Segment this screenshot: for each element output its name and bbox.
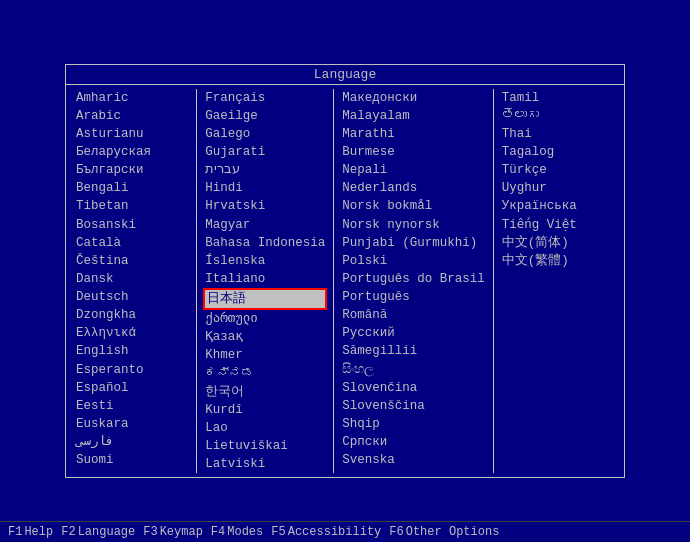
language-item[interactable]: Svenska — [340, 451, 487, 469]
footer-label: Accessibility — [288, 525, 382, 539]
language-item[interactable]: Slovenščina — [340, 397, 487, 415]
language-item[interactable]: Lao — [203, 419, 327, 437]
language-item[interactable]: Bahasa Indonesia — [203, 234, 327, 252]
language-item[interactable]: Dansk — [74, 270, 190, 288]
language-item[interactable]: Português do Brasil — [340, 270, 487, 288]
language-item[interactable]: Català — [74, 234, 190, 252]
language-item[interactable]: Türkçe — [500, 161, 616, 179]
dialog-title: Language — [66, 65, 624, 85]
language-item[interactable]: తెలుగు — [500, 107, 616, 125]
footer-label: Help — [24, 525, 53, 539]
language-item[interactable]: Bosanski — [74, 216, 190, 234]
language-item[interactable]: Gaeilge — [203, 107, 327, 125]
language-item[interactable]: Marathi — [340, 125, 487, 143]
language-item[interactable]: Eesti — [74, 397, 190, 415]
language-column-2: FrançaisGaeilgeGalegoGujaratiעבריתHindiH… — [199, 89, 331, 474]
column-divider-3 — [493, 89, 494, 474]
language-item[interactable]: Tibetan — [74, 197, 190, 215]
language-column-3: МакедонскиMalayalamMarathiBurmeseNepaliN… — [336, 89, 491, 474]
language-column-4: TamilతెలుగుThaiTagalogTürkçeUyghurУкраїн… — [496, 89, 620, 474]
language-item[interactable]: Malayalam — [340, 107, 487, 125]
footer-item[interactable]: F6 Other Options — [389, 525, 499, 539]
language-item[interactable]: Беларуская — [74, 143, 190, 161]
language-item[interactable]: Magyar — [203, 216, 327, 234]
language-item[interactable]: Русский — [340, 324, 487, 342]
language-item[interactable]: Hindi — [203, 179, 327, 197]
language-item[interactable]: Português — [340, 288, 487, 306]
language-item[interactable]: ქართული — [203, 310, 327, 328]
language-item[interactable]: Tamil — [500, 89, 616, 107]
language-item[interactable]: Esperanto — [74, 361, 190, 379]
footer-key: F5 — [271, 525, 285, 539]
language-column-1: AmharicArabicAsturianuБеларускаяБългарск… — [70, 89, 194, 474]
language-item[interactable]: 日本語 — [203, 288, 327, 310]
language-item[interactable]: Slovenčina — [340, 379, 487, 397]
language-item[interactable]: Latviski — [203, 455, 327, 473]
footer-item[interactable]: F4 Modes — [211, 525, 263, 539]
language-item[interactable]: Українська — [500, 197, 616, 215]
footer-label: Other Options — [406, 525, 500, 539]
language-item[interactable]: Kurdî — [203, 401, 327, 419]
language-item[interactable]: Uyghur — [500, 179, 616, 197]
language-item[interactable]: Asturianu — [74, 125, 190, 143]
language-item[interactable]: Hrvatski — [203, 197, 327, 215]
language-item[interactable]: Македонски — [340, 89, 487, 107]
footer-label: Keymap — [160, 525, 203, 539]
language-item[interactable]: Nepali — [340, 161, 487, 179]
language-item[interactable]: 中文(简体) — [500, 234, 616, 252]
language-item[interactable]: Қазақ — [203, 328, 327, 346]
language-item[interactable]: Polski — [340, 252, 487, 270]
language-item[interactable]: Lietuviškai — [203, 437, 327, 455]
language-item[interactable]: Български — [74, 161, 190, 179]
language-item[interactable]: Română — [340, 306, 487, 324]
language-item[interactable]: Tiếng Việt — [500, 216, 616, 234]
footer-item[interactable]: F2 Language — [61, 525, 135, 539]
footer-key: F2 — [61, 525, 75, 539]
language-item[interactable]: Burmese — [340, 143, 487, 161]
footer-item[interactable]: F1 Help — [8, 525, 53, 539]
language-item[interactable]: עברית — [203, 161, 327, 179]
language-item[interactable]: 中文(繁體) — [500, 252, 616, 270]
column-divider-1 — [196, 89, 197, 474]
language-item[interactable]: Euskara — [74, 415, 190, 433]
language-item[interactable]: Shqip — [340, 415, 487, 433]
language-item[interactable]: Suomi — [74, 451, 190, 469]
language-item[interactable]: Galego — [203, 125, 327, 143]
language-item[interactable]: Deutsch — [74, 288, 190, 306]
language-item[interactable]: Dzongkha — [74, 306, 190, 324]
language-item[interactable]: Српски — [340, 433, 487, 451]
language-item[interactable]: Sāmegillii — [340, 342, 487, 360]
language-item[interactable]: Amharic — [74, 89, 190, 107]
language-item[interactable]: Norsk bokmål — [340, 197, 487, 215]
language-item[interactable]: Čeština — [74, 252, 190, 270]
language-item[interactable]: Khmer — [203, 346, 327, 364]
footer-item[interactable]: F3 Keymap — [143, 525, 203, 539]
language-item[interactable]: 한국어 — [203, 383, 327, 401]
language-item[interactable]: Ελληνικά — [74, 324, 190, 342]
language-item[interactable]: Punjabi (Gurmukhi) — [340, 234, 487, 252]
language-item[interactable]: English — [74, 342, 190, 360]
language-item[interactable]: Tagalog — [500, 143, 616, 161]
language-item[interactable]: Norsk nynorsk — [340, 216, 487, 234]
language-item[interactable]: Italiano — [203, 270, 327, 288]
language-dialog: Language AmharicArabicAsturianuБеларуска… — [65, 64, 625, 479]
column-divider-2 — [333, 89, 334, 474]
language-item[interactable]: Español — [74, 379, 190, 397]
language-item[interactable]: Français — [203, 89, 327, 107]
footer-label: Language — [78, 525, 136, 539]
language-item[interactable]: Íslenska — [203, 252, 327, 270]
language-item[interactable]: Nederlands — [340, 179, 487, 197]
language-item[interactable]: فارسی — [74, 433, 190, 451]
language-item[interactable]: සිංහල — [340, 361, 487, 379]
footer-label: Modes — [227, 525, 263, 539]
language-item[interactable]: Arabic — [74, 107, 190, 125]
footer-key: F4 — [211, 525, 225, 539]
language-item[interactable]: ಕನ್ನಡ — [203, 365, 327, 383]
footer-key: F6 — [389, 525, 403, 539]
footer-item[interactable]: F5 Accessibility — [271, 525, 381, 539]
language-item[interactable]: Thai — [500, 125, 616, 143]
footer-key: F3 — [143, 525, 157, 539]
footer-key: F1 — [8, 525, 22, 539]
language-item[interactable]: Gujarati — [203, 143, 327, 161]
language-item[interactable]: Bengali — [74, 179, 190, 197]
